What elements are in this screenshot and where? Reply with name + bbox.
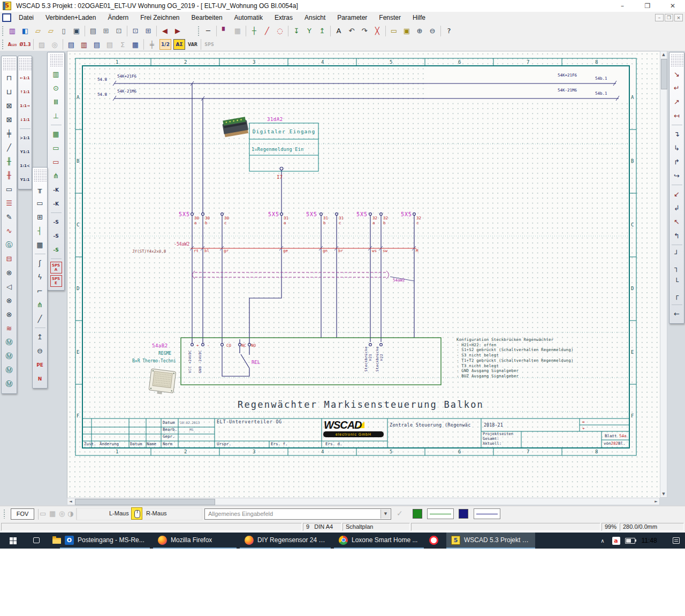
separator[interactable] xyxy=(33,39,34,50)
separator[interactable] xyxy=(143,39,144,50)
pin-arrow-icon[interactable]: ↥ xyxy=(34,331,47,343)
wire-up-right-icon[interactable]: ↗ xyxy=(671,96,683,108)
mdi-minimize-button[interactable]: – xyxy=(655,14,664,21)
fov-button[interactable]: FOV xyxy=(11,508,34,520)
undo-icon[interactable]: ↶ xyxy=(345,25,358,37)
opener-contact-icon[interactable]: ╱ xyxy=(3,141,16,154)
potential-fork-icon[interactable]: Y xyxy=(303,25,316,37)
dashed-ellipse-icon[interactable]: ◌ xyxy=(273,25,286,37)
text-icon[interactable]: A xyxy=(332,25,345,37)
zoom-in-icon[interactable]: ⊕ xyxy=(413,25,426,37)
grip[interactable] xyxy=(2,26,4,36)
wire-corner-ld-icon[interactable]: ↲ xyxy=(671,202,683,214)
confirm-check-icon[interactable]: ✓ xyxy=(397,509,403,518)
wire-left-stop-icon[interactable]: ↤ xyxy=(671,110,683,122)
corner-tl-icon[interactable]: ┌ xyxy=(671,290,683,302)
separator[interactable] xyxy=(216,26,217,36)
sheet-flip-icon[interactable]: ◧ xyxy=(19,25,32,37)
task-view-button[interactable] xyxy=(26,533,47,549)
mdi-close-button[interactable]: × xyxy=(674,14,683,21)
triple-contact-red-icon[interactable]: ╫ xyxy=(3,169,16,181)
minimize-button[interactable]: – xyxy=(613,0,631,12)
insert-image-icon[interactable]: ▨ xyxy=(35,39,48,50)
horizontal-scrollbar[interactable]: ◄ ► xyxy=(67,498,660,505)
grip[interactable] xyxy=(671,54,683,66)
grip[interactable] xyxy=(50,54,63,66)
generator-icon[interactable]: Ⓖ xyxy=(3,239,16,251)
forward-icon[interactable]: ▶ xyxy=(171,25,184,37)
vertical-scrollbar[interactable]: ▲ ▼ xyxy=(660,51,667,498)
s-switch2-icon[interactable]: -S xyxy=(50,230,63,242)
action-center-icon[interactable] xyxy=(669,533,683,549)
half-grid-button[interactable]: 1/2 xyxy=(159,39,171,50)
node-icon[interactable]: ┼ xyxy=(248,25,261,37)
separator[interactable] xyxy=(246,26,246,36)
separator[interactable] xyxy=(20,128,31,129)
help-icon[interactable]: ? xyxy=(443,25,455,37)
contact-box-icon[interactable]: ⊠ xyxy=(3,100,16,112)
taskbar-firefox-regensensor[interactable]: DIY Regensensor 24 V... xyxy=(240,533,331,549)
s-switch3-icon[interactable]: -S xyxy=(50,244,63,256)
open-project-icon[interactable]: ▱ xyxy=(32,25,44,37)
tray-expand-chevron[interactable]: ∧ xyxy=(597,533,608,549)
ref-source-icon[interactable]: Y1:1 xyxy=(19,146,32,158)
command-input[interactable]: Allgemeines Eingabefeld ▼ xyxy=(204,508,391,520)
separator[interactable] xyxy=(35,254,45,254)
lightning-icon[interactable]: ϟ xyxy=(34,271,47,283)
contact-box2-icon[interactable]: ⊠ xyxy=(3,113,16,126)
contact-no-icon[interactable]: ⊓ xyxy=(3,72,16,84)
paste-icon[interactable]: ⊞ xyxy=(142,25,155,37)
module-box-red-icon[interactable]: ▭ xyxy=(50,156,63,168)
lamp-cross-icon[interactable]: ⊗ xyxy=(3,294,16,307)
relay-group-icon[interactable]: ▥ xyxy=(50,68,63,80)
ref-target-right-icon[interactable]: ≻1:1 xyxy=(19,132,32,144)
wire-branch-ur-icon[interactable]: ↳ xyxy=(671,142,683,154)
separator[interactable] xyxy=(288,26,288,36)
avira-tray-icon[interactable]: a xyxy=(610,533,622,549)
ref-left-icon[interactable]: ←1:1 xyxy=(19,72,32,84)
auto-text-button[interactable]: AΣ xyxy=(173,39,185,50)
fuse-icon[interactable]: ▭ xyxy=(3,183,16,195)
frame-coil-icon[interactable]: ⊞ xyxy=(34,211,47,223)
diagonal-line-icon[interactable]: ╱ xyxy=(34,313,47,325)
zoom-out-icon[interactable]: ⊖ xyxy=(426,25,439,37)
circle-contact-icon[interactable]: ⊖ xyxy=(34,345,47,357)
menu-item[interactable]: Hilfe xyxy=(407,12,431,24)
wire-linestyle-preview[interactable] xyxy=(474,508,500,519)
symbol-browser-icon[interactable]: ▤ xyxy=(65,39,78,50)
separator[interactable] xyxy=(51,125,62,125)
separator[interactable] xyxy=(330,26,331,36)
taskbar-outlook[interactable]: O Posteingang - MS-Re... xyxy=(60,533,150,549)
mouse-mode-button[interactable] xyxy=(131,507,142,520)
x-contact2-icon[interactable]: ⋔ xyxy=(34,299,47,311)
terminal-block-icon[interactable]: ▦ xyxy=(34,239,47,251)
corner-br-icon[interactable]: ┘ xyxy=(671,248,683,260)
separator[interactable] xyxy=(51,258,62,259)
ref-up-icon[interactable]: ↑1:1 xyxy=(19,86,32,98)
earth-icon[interactable]: ⊥ xyxy=(50,110,63,122)
menu-item[interactable]: Ansicht xyxy=(299,12,331,24)
grip[interactable] xyxy=(197,26,200,36)
wire-left-icon[interactable]: ← xyxy=(671,308,683,320)
sum-list-icon[interactable]: Σ xyxy=(116,39,129,50)
menu-item[interactable]: Automatik xyxy=(229,12,269,24)
ref-target-left-icon[interactable]: 1:1≺ xyxy=(19,159,32,172)
triple-coil-icon[interactable]: ∿ xyxy=(3,225,16,237)
ref-down-icon[interactable]: ↓1:1 xyxy=(19,113,32,126)
potential-up-icon[interactable]: ↥ xyxy=(316,25,329,37)
n-terminal-icon[interactable]: N xyxy=(34,372,47,385)
macro-browser-icon[interactable]: ▥ xyxy=(78,39,90,50)
menu-item[interactable]: Bearbeiten xyxy=(186,12,229,24)
menu-item[interactable]: Datei xyxy=(13,12,40,24)
copy-page-icon[interactable]: ⊡ xyxy=(112,25,125,37)
taskbar-wscad[interactable]: 5 WSCAD 5.3 Projekt : ... xyxy=(446,533,535,549)
wire-up-left-icon[interactable]: ↖ xyxy=(671,216,683,228)
mdi-restore-button[interactable]: ❐ xyxy=(665,14,673,21)
zoom-window-icon[interactable]: ▭ xyxy=(387,25,400,37)
separator[interactable] xyxy=(201,39,201,50)
motor-icon[interactable]: Ⓜ xyxy=(3,350,16,362)
sheet-manager-icon[interactable]: ▥ xyxy=(6,25,19,37)
menu-item[interactable]: Parameter xyxy=(331,12,373,24)
taskbar-chrome-loxone[interactable]: Loxone Smart Home ... xyxy=(334,533,424,549)
separator[interactable] xyxy=(156,26,157,36)
